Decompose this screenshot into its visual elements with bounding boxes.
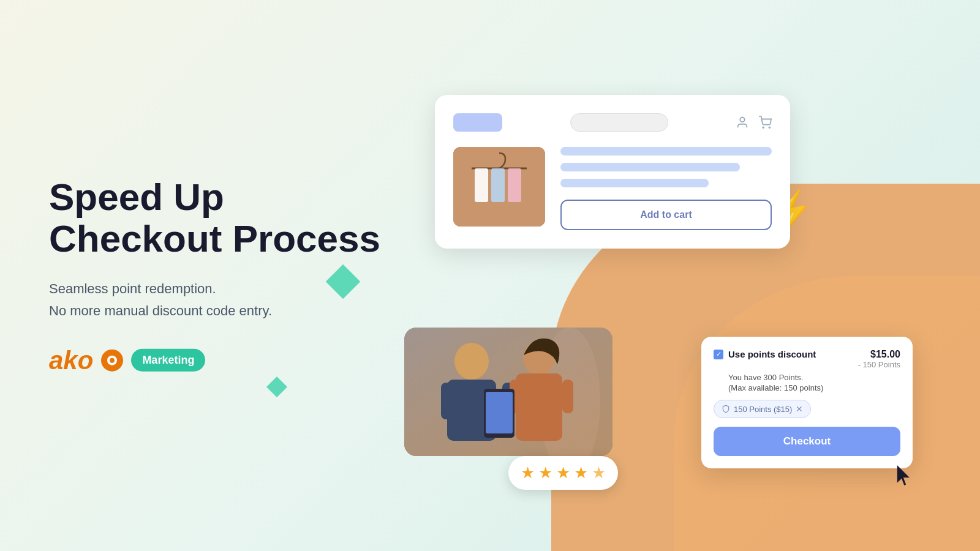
points-tag-label: 150 Points ($15) xyxy=(734,405,792,414)
price-column: $15.00 - 150 Points xyxy=(858,349,900,369)
svg-point-4 xyxy=(763,127,764,128)
title-line2: Checkout Process xyxy=(49,217,380,260)
nav-logo-placeholder xyxy=(453,113,502,132)
brand-badge: Marketing xyxy=(131,349,205,372)
star-2: ★ xyxy=(538,463,552,482)
svg-rect-8 xyxy=(475,168,488,202)
stars-badge: ★ ★ ★ ★ ★ xyxy=(508,456,618,490)
user-icon[interactable] xyxy=(736,116,749,129)
points-info-line2: (Max available: 150 points) xyxy=(728,383,900,392)
checkout-card: ✓ Use points discount $15.00 - 150 Point… xyxy=(701,337,913,468)
product-line-3 xyxy=(560,179,709,187)
shield-icon xyxy=(722,405,730,413)
svg-rect-23 xyxy=(486,392,513,433)
product-line-1 xyxy=(560,147,772,156)
product-info: Add to cart xyxy=(560,147,772,230)
use-points-label: Use points discount xyxy=(728,349,816,359)
star-5: ★ xyxy=(592,463,606,482)
cursor-icon xyxy=(897,465,919,490)
svg-rect-21 xyxy=(562,380,573,413)
svg-point-3 xyxy=(740,118,744,122)
product-content: Add to cart xyxy=(453,147,772,230)
price-main: $15.00 xyxy=(858,349,900,360)
svg-point-14 xyxy=(454,343,489,380)
subtitle-line1: Seamless point redemption. xyxy=(49,281,216,296)
add-to-cart-button[interactable]: Add to cart xyxy=(560,200,772,230)
left-panel: Speed Up Checkout Process Seamless point… xyxy=(49,176,380,375)
product-card: Add to cart xyxy=(435,95,790,249)
price-discount: - 150 Points xyxy=(858,360,900,369)
subtitle: Seamless point redemption. No more manua… xyxy=(49,278,380,321)
product-image-inner xyxy=(453,147,545,227)
star-4: ★ xyxy=(574,463,588,482)
checkout-button[interactable]: Checkout xyxy=(714,427,900,456)
subtitle-line2: No more manual discount code entry. xyxy=(49,302,272,318)
card-nav xyxy=(453,113,772,132)
svg-rect-16 xyxy=(441,383,453,419)
people-svg xyxy=(404,328,612,456)
brand-name: ako xyxy=(49,345,93,375)
star-1: ★ xyxy=(521,463,535,482)
star-3: ★ xyxy=(556,463,570,482)
points-tag-close[interactable]: ✕ xyxy=(796,404,803,414)
checkout-header: ✓ Use points discount $15.00 - 150 Point… xyxy=(714,349,900,369)
nav-icons xyxy=(736,116,772,129)
bottom-photo xyxy=(404,328,612,456)
svg-rect-10 xyxy=(508,168,521,202)
product-line-2 xyxy=(560,163,740,171)
title-line1: Speed Up xyxy=(49,176,224,218)
svg-point-5 xyxy=(769,127,770,128)
svg-rect-19 xyxy=(516,373,562,441)
decorative-diamond-small xyxy=(266,377,287,397)
product-image xyxy=(453,147,545,227)
points-info-line1: You have 300 Points. xyxy=(728,373,900,382)
brand-row: ako Marketing xyxy=(49,345,380,375)
cart-icon[interactable] xyxy=(758,116,772,129)
clothes-visual xyxy=(453,147,545,227)
points-tag[interactable]: 150 Points ($15) ✕ xyxy=(714,400,811,418)
nav-search-placeholder xyxy=(570,113,668,132)
people-image xyxy=(404,328,612,456)
use-points-checkbox[interactable]: ✓ xyxy=(714,350,723,359)
brand-logo-icon xyxy=(100,348,124,372)
svg-point-2 xyxy=(110,358,115,362)
main-title: Speed Up Checkout Process xyxy=(49,176,380,260)
use-points-row: ✓ Use points discount xyxy=(714,349,816,359)
svg-rect-9 xyxy=(491,168,505,202)
